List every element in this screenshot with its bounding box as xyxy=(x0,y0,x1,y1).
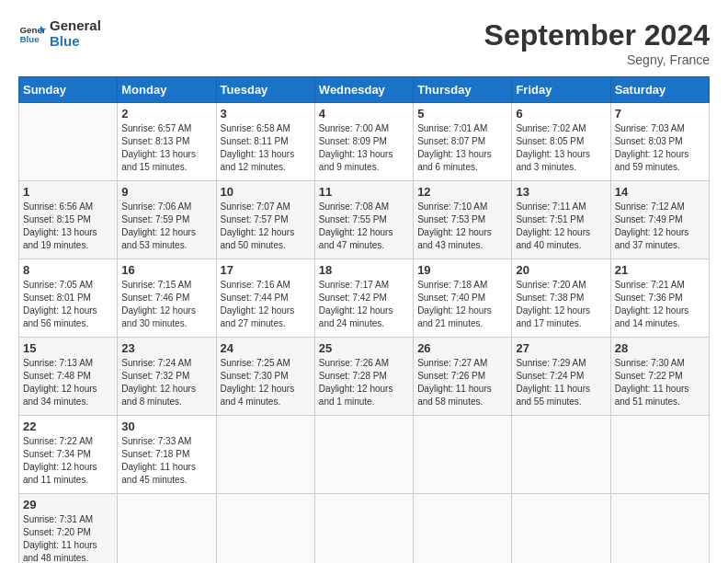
calendar-cell: 20Sunrise: 7:20 AM Sunset: 7:38 PM Dayli… xyxy=(512,259,610,338)
day-info: Sunrise: 7:26 AM Sunset: 7:28 PM Dayligh… xyxy=(319,357,409,408)
calendar-cell: 22Sunrise: 7:22 AM Sunset: 7:34 PM Dayli… xyxy=(19,416,118,494)
calendar-week-0: 2Sunrise: 6:57 AM Sunset: 8:13 PM Daylig… xyxy=(19,103,710,181)
calendar-cell: 25Sunrise: 7:26 AM Sunset: 7:28 PM Dayli… xyxy=(314,338,413,416)
day-number: 2 xyxy=(121,107,211,121)
day-number: 11 xyxy=(319,185,409,199)
day-number: 5 xyxy=(417,107,507,121)
calendar-cell: 19Sunrise: 7:18 AM Sunset: 7:40 PM Dayli… xyxy=(414,259,512,338)
calendar-week-3: 15Sunrise: 7:13 AM Sunset: 7:48 PM Dayli… xyxy=(19,338,710,416)
calendar-cell: 26Sunrise: 7:27 AM Sunset: 7:26 PM Dayli… xyxy=(414,338,512,416)
calendar-cell: 14Sunrise: 7:12 AM Sunset: 7:49 PM Dayli… xyxy=(610,181,709,259)
day-info: Sunrise: 7:02 AM Sunset: 8:05 PM Dayligh… xyxy=(516,122,606,174)
day-number: 3 xyxy=(221,107,311,121)
calendar-cell: 2Sunrise: 6:57 AM Sunset: 8:13 PM Daylig… xyxy=(118,103,216,181)
col-header-saturday: Saturday xyxy=(610,77,709,103)
location: Segny, France xyxy=(484,52,710,67)
calendar-cell xyxy=(216,416,314,494)
col-header-monday: Monday xyxy=(118,77,216,103)
day-info: Sunrise: 6:56 AM Sunset: 8:15 PM Dayligh… xyxy=(23,201,113,252)
col-header-friday: Friday xyxy=(512,77,610,103)
calendar-cell: 17Sunrise: 7:16 AM Sunset: 7:44 PM Dayli… xyxy=(216,259,314,338)
logo: General Blue General Blue xyxy=(18,18,101,49)
day-info: Sunrise: 7:01 AM Sunset: 8:07 PM Dayligh… xyxy=(417,122,507,174)
day-number: 4 xyxy=(319,107,409,121)
calendar-cell xyxy=(414,416,512,494)
title-block: September 2024 Segny, France xyxy=(484,18,710,67)
calendar-cell: 30Sunrise: 7:33 AM Sunset: 7:18 PM Dayli… xyxy=(118,416,216,494)
calendar-cell: 27Sunrise: 7:29 AM Sunset: 7:24 PM Dayli… xyxy=(512,338,610,416)
day-number: 28 xyxy=(615,341,705,355)
calendar-cell xyxy=(118,494,216,564)
calendar-week-4: 22Sunrise: 7:22 AM Sunset: 7:34 PM Dayli… xyxy=(19,416,710,494)
day-info: Sunrise: 7:10 AM Sunset: 7:53 PM Dayligh… xyxy=(417,201,507,252)
day-info: Sunrise: 7:08 AM Sunset: 7:55 PM Dayligh… xyxy=(319,201,409,252)
day-number: 22 xyxy=(23,419,113,433)
day-number: 29 xyxy=(23,498,113,511)
svg-text:Blue: Blue xyxy=(20,34,40,44)
day-number: 26 xyxy=(417,341,507,355)
calendar-cell: 21Sunrise: 7:21 AM Sunset: 7:36 PM Dayli… xyxy=(610,259,709,338)
day-info: Sunrise: 7:06 AM Sunset: 7:59 PM Dayligh… xyxy=(121,201,211,252)
day-info: Sunrise: 7:00 AM Sunset: 8:09 PM Dayligh… xyxy=(319,122,409,174)
day-info: Sunrise: 7:21 AM Sunset: 7:36 PM Dayligh… xyxy=(615,279,705,330)
day-info: Sunrise: 7:29 AM Sunset: 7:24 PM Dayligh… xyxy=(516,357,606,408)
calendar-cell: 11Sunrise: 7:08 AM Sunset: 7:55 PM Dayli… xyxy=(314,181,413,259)
calendar-cell xyxy=(216,494,314,564)
day-info: Sunrise: 7:12 AM Sunset: 7:49 PM Dayligh… xyxy=(615,201,705,252)
calendar-cell: 10Sunrise: 7:07 AM Sunset: 7:57 PM Dayli… xyxy=(216,181,314,259)
calendar-week-1: 1Sunrise: 6:56 AM Sunset: 8:15 PM Daylig… xyxy=(19,181,710,259)
day-number: 14 xyxy=(615,185,705,199)
col-header-tuesday: Tuesday xyxy=(216,77,314,103)
calendar-cell xyxy=(610,494,709,564)
day-info: Sunrise: 7:24 AM Sunset: 7:32 PM Dayligh… xyxy=(121,357,211,408)
day-info: Sunrise: 7:18 AM Sunset: 7:40 PM Dayligh… xyxy=(417,279,507,330)
day-info: Sunrise: 7:31 AM Sunset: 7:20 PM Dayligh… xyxy=(23,513,113,563)
calendar-week-5: 29Sunrise: 7:31 AM Sunset: 7:20 PM Dayli… xyxy=(19,494,710,564)
month-title: September 2024 xyxy=(484,18,710,52)
day-number: 9 xyxy=(121,185,211,199)
day-info: Sunrise: 7:03 AM Sunset: 8:03 PM Dayligh… xyxy=(615,122,705,174)
day-info: Sunrise: 7:11 AM Sunset: 7:51 PM Dayligh… xyxy=(516,201,606,252)
calendar-cell: 13Sunrise: 7:11 AM Sunset: 7:51 PM Dayli… xyxy=(512,181,610,259)
calendar-cell: 3Sunrise: 6:58 AM Sunset: 8:11 PM Daylig… xyxy=(216,103,314,181)
calendar-cell: 16Sunrise: 7:15 AM Sunset: 7:46 PM Dayli… xyxy=(118,259,216,338)
day-info: Sunrise: 7:15 AM Sunset: 7:46 PM Dayligh… xyxy=(121,279,211,330)
col-header-wednesday: Wednesday xyxy=(314,77,413,103)
calendar-cell: 18Sunrise: 7:17 AM Sunset: 7:42 PM Dayli… xyxy=(314,259,413,338)
calendar-cell: 23Sunrise: 7:24 AM Sunset: 7:32 PM Dayli… xyxy=(118,338,216,416)
calendar-cell xyxy=(512,416,610,494)
calendar-cell: 28Sunrise: 7:30 AM Sunset: 7:22 PM Dayli… xyxy=(610,338,709,416)
day-number: 1 xyxy=(23,185,113,199)
calendar-cell: 29Sunrise: 7:31 AM Sunset: 7:20 PM Dayli… xyxy=(19,494,118,564)
day-number: 23 xyxy=(121,341,211,355)
calendar-cell: 6Sunrise: 7:02 AM Sunset: 8:05 PM Daylig… xyxy=(512,103,610,181)
calendar-cell xyxy=(314,494,413,564)
day-number: 12 xyxy=(417,185,507,199)
day-info: Sunrise: 7:05 AM Sunset: 8:01 PM Dayligh… xyxy=(23,279,113,330)
day-number: 27 xyxy=(516,341,606,355)
day-number: 20 xyxy=(516,263,606,277)
day-number: 13 xyxy=(516,185,606,199)
calendar-cell: 9Sunrise: 7:06 AM Sunset: 7:59 PM Daylig… xyxy=(118,181,216,259)
logo-blue: Blue xyxy=(50,34,101,50)
col-header-sunday: Sunday xyxy=(19,77,118,103)
calendar-cell xyxy=(414,494,512,564)
calendar-table: SundayMondayTuesdayWednesdayThursdayFrid… xyxy=(18,76,710,563)
day-info: Sunrise: 6:57 AM Sunset: 8:13 PM Dayligh… xyxy=(121,122,211,174)
calendar-cell xyxy=(610,416,709,494)
calendar-cell xyxy=(314,416,413,494)
col-header-thursday: Thursday xyxy=(414,77,512,103)
day-info: Sunrise: 7:27 AM Sunset: 7:26 PM Dayligh… xyxy=(417,357,507,408)
day-number: 25 xyxy=(319,341,409,355)
day-info: Sunrise: 6:58 AM Sunset: 8:11 PM Dayligh… xyxy=(221,122,311,174)
day-number: 6 xyxy=(516,107,606,121)
day-info: Sunrise: 7:07 AM Sunset: 7:57 PM Dayligh… xyxy=(221,201,311,252)
logo-general: General xyxy=(50,18,101,34)
day-number: 7 xyxy=(615,107,705,121)
day-info: Sunrise: 7:13 AM Sunset: 7:48 PM Dayligh… xyxy=(23,357,113,408)
calendar-cell: 4Sunrise: 7:00 AM Sunset: 8:09 PM Daylig… xyxy=(314,103,413,181)
day-number: 24 xyxy=(221,341,311,355)
calendar-cell: 24Sunrise: 7:25 AM Sunset: 7:30 PM Dayli… xyxy=(216,338,314,416)
calendar-header-row: SundayMondayTuesdayWednesdayThursdayFrid… xyxy=(19,77,710,103)
day-number: 8 xyxy=(23,263,113,277)
